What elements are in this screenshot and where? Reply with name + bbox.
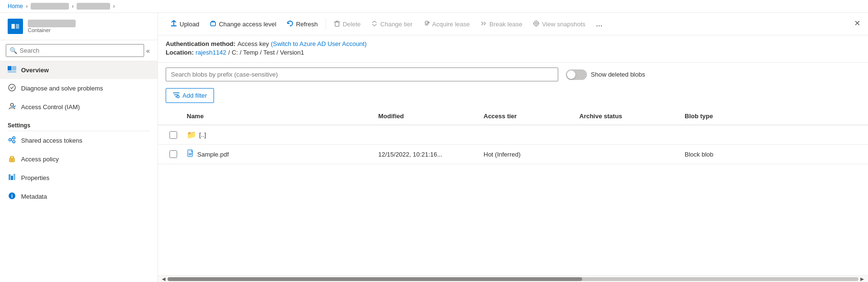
upload-button[interactable]: Upload (166, 17, 204, 31)
svg-rect-20 (211, 22, 215, 26)
table-row[interactable]: Sample.pdf 12/15/2022, 10:21:16... Hot (… (158, 145, 868, 164)
svg-point-23 (534, 21, 539, 26)
breadcrumb-sep3: › (113, 3, 115, 10)
filter-bar: Add filter (158, 86, 868, 108)
svg-line-12 (11, 140, 13, 141)
nav-overview[interactable]: Overview (0, 61, 158, 79)
nav-iam-label: Access Control (IAM) (21, 103, 80, 111)
table-header: Name Modified Access tier Archive status… (158, 108, 868, 125)
scroll-left-arrow[interactable]: ◀ (160, 276, 168, 282)
change-access-label: Change access level (219, 21, 276, 28)
refresh-label: Refresh (296, 21, 318, 28)
svg-rect-21 (335, 22, 339, 26)
refresh-icon (287, 20, 293, 28)
delete-button[interactable]: Delete (329, 17, 366, 31)
row-2-checkbox-cell (166, 146, 183, 163)
acquire-lease-button[interactable]: Acquire lease (418, 17, 475, 31)
breadcrumb-container (77, 3, 110, 10)
view-snapshots-icon (533, 20, 540, 28)
change-tier-button[interactable]: Change tier (366, 17, 417, 31)
row-1-checkbox-cell (166, 126, 183, 144)
breadcrumb-home[interactable]: Home (8, 3, 23, 10)
th-name: Name (183, 108, 374, 124)
breadcrumb-account (31, 3, 69, 10)
add-filter-button[interactable]: Add filter (166, 88, 214, 103)
break-lease-button[interactable]: Break lease (475, 17, 527, 31)
toolbar-divider-1 (326, 18, 326, 30)
th-blob-type: Blob type (681, 108, 777, 124)
overview-icon (8, 66, 16, 74)
scroll-track[interactable] (168, 277, 858, 281)
properties-icon (8, 173, 16, 182)
acquire-lease-icon (423, 20, 430, 28)
nav-properties[interactable]: Properties (0, 169, 158, 187)
row-1-blob-type (681, 130, 777, 140)
sidebar-resource-icon (8, 19, 23, 34)
close-button[interactable]: ✕ (854, 19, 860, 28)
scroll-right-arrow[interactable]: ▶ (858, 276, 866, 282)
change-access-button[interactable]: Change access level (205, 17, 281, 31)
nav-iam[interactable]: Access Control (IAM) (0, 98, 158, 116)
break-lease-label: Break lease (489, 21, 522, 28)
settings-section-label: Settings (0, 116, 158, 131)
change-tier-icon (371, 20, 378, 28)
upload-icon (170, 20, 177, 28)
metadata-icon: i (8, 192, 16, 201)
row-2-name-cell[interactable]: Sample.pdf (183, 145, 374, 164)
pdf-icon (187, 149, 194, 159)
blob-table: Name Modified Access tier Archive status… (158, 108, 868, 275)
more-button[interactable]: ... (591, 17, 607, 31)
table-row[interactable]: 📁 [..] (158, 125, 868, 145)
svg-line-11 (11, 138, 13, 139)
svg-rect-4 (12, 66, 16, 70)
breadcrumb: Home › › › (0, 0, 868, 13)
nav-diagnose[interactable]: Diagnose and solve problems (0, 79, 158, 98)
delete-label: Delete (343, 21, 361, 28)
nav-metadata-label: Metadata (21, 193, 47, 200)
access-policy-icon (8, 155, 16, 164)
auth-method-value: Access key (237, 40, 269, 47)
folder-icon: 📁 (187, 130, 196, 139)
nav-properties-label: Properties (21, 174, 49, 181)
switch-auth-link[interactable]: (Switch to Azure AD User Account) (271, 40, 367, 47)
svg-point-7 (11, 103, 13, 106)
sidebar-header: Container (0, 13, 158, 40)
collapse-button[interactable]: « (144, 46, 152, 56)
scroll-thumb[interactable] (168, 277, 582, 281)
svg-rect-5 (8, 71, 16, 73)
refresh-button[interactable]: Refresh (282, 17, 323, 31)
location-path: / C: / Temp / Test / Version1 (228, 49, 304, 56)
svg-rect-1 (11, 24, 15, 29)
sidebar-subtitle: Container (28, 27, 76, 33)
break-lease-icon (480, 20, 487, 28)
svg-rect-15 (9, 174, 11, 180)
view-snapshots-button[interactable]: View snapshots (528, 17, 590, 31)
blob-search-input[interactable] (166, 68, 558, 81)
nav-metadata[interactable]: i Metadata (0, 187, 158, 206)
iam-icon (8, 102, 16, 112)
auth-method-label: Authentication method: (166, 40, 236, 47)
svg-rect-17 (13, 174, 15, 180)
show-deleted-toggle[interactable] (566, 69, 587, 80)
horizontal-scrollbar[interactable]: ◀ ▶ (158, 275, 868, 282)
nav-shared-access[interactable]: Shared access tokens (0, 131, 158, 150)
row-1-name-cell[interactable]: 📁 [..] (183, 125, 374, 144)
th-access-tier: Access tier (480, 108, 575, 124)
svg-point-24 (535, 23, 537, 24)
location-line: Location: rajesh1142 / C: / Temp / Test … (166, 49, 860, 56)
row-2-name: Sample.pdf (197, 151, 229, 158)
location-account-link[interactable]: rajesh1142 (196, 49, 226, 56)
row-2-archive-status (575, 149, 681, 159)
row-1-checkbox[interactable] (169, 131, 177, 139)
row-1-modified (374, 130, 480, 140)
more-icon: ... (596, 20, 602, 28)
th-modified: Modified (374, 108, 480, 124)
main-content: ✕ Upload (158, 13, 868, 282)
search-input[interactable] (6, 44, 144, 57)
row-2-checkbox[interactable] (169, 150, 177, 158)
nav-access-policy-label: Access policy (21, 156, 59, 163)
nav-access-policy[interactable]: Access policy (0, 150, 158, 169)
add-filter-label: Add filter (182, 92, 207, 99)
change-tier-label: Change tier (380, 21, 412, 28)
nav-overview-label: Overview (21, 67, 49, 74)
